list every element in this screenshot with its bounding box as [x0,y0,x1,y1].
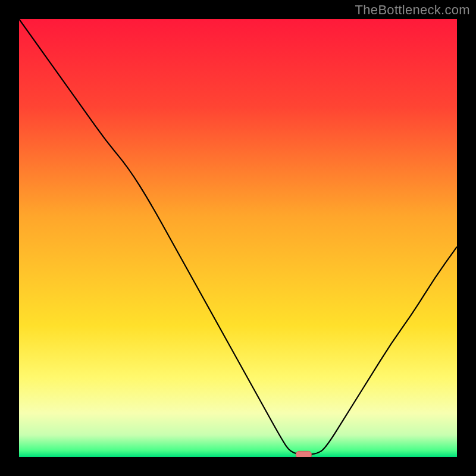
chart-container: TheBottleneck.com [0,0,476,476]
optimal-marker [296,451,311,457]
chart-svg [19,19,457,457]
watermark-label: TheBottleneck.com [355,2,470,18]
plot-area [19,19,457,457]
background-gradient [19,19,457,457]
